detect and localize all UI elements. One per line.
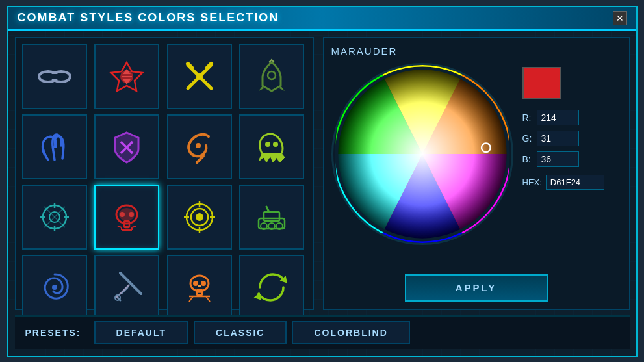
g-row: G: [522, 131, 604, 146]
g-label: G: [522, 133, 533, 144]
icon-cell-shield[interactable] [94, 114, 159, 179]
icon-cell-skull2[interactable] [167, 255, 232, 320]
icon-cell-crosshair[interactable] [22, 185, 87, 250]
presets-label: PRESETS: [25, 328, 81, 338]
color-controls: R: G: B: HEX: [522, 63, 604, 190]
svg-line-48 [138, 291, 141, 294]
icon-cell-refresh[interactable] [239, 255, 304, 320]
svg-point-46 [52, 285, 57, 290]
preset-classic-button[interactable]: CLASSIC [194, 321, 287, 344]
content-area: MARAUDER [15, 37, 630, 310]
svg-point-27 [120, 212, 125, 217]
preset-default-button[interactable]: DEFAULT [94, 321, 189, 344]
color-wheel[interactable] [331, 63, 513, 245]
sword-icon [107, 268, 146, 307]
svg-point-55 [201, 281, 206, 286]
style-name-label: MARAUDER [331, 45, 621, 57]
icon-cell-rocket[interactable] [239, 44, 304, 109]
hex-row: HEX: [522, 175, 604, 190]
icon-grid [22, 44, 307, 320]
bottom-bar: PRESETS: DEFAULT CLASSIC COLORBLIND [15, 315, 630, 349]
svg-point-54 [193, 281, 198, 286]
hex-input[interactable] [546, 175, 604, 190]
svg-point-10 [268, 71, 276, 79]
svg-point-16 [273, 142, 278, 147]
icon-cell-sickle[interactable] [167, 114, 232, 179]
tank-icon [252, 198, 291, 237]
svg-line-47 [120, 273, 138, 291]
r-input[interactable] [537, 110, 579, 125]
crosshair-icon [35, 198, 74, 237]
icon-grid-panel [15, 37, 314, 310]
title-bar: COMBAT STYLES COLORS SELECTION ✕ [8, 7, 636, 31]
icon-cell-skull[interactable] [94, 185, 159, 250]
window-title: COMBAT STYLES COLORS SELECTION [18, 11, 279, 25]
svg-point-28 [129, 212, 134, 217]
icon-cell-claw[interactable] [22, 114, 87, 179]
icon-cell-chain[interactable] [22, 44, 87, 109]
b-label: B: [522, 154, 533, 164]
preset-colorblind-button[interactable]: COLORBLIND [292, 321, 409, 344]
skull-icon [107, 198, 146, 237]
icon-cell-sword[interactable] [94, 255, 159, 320]
crossed-guns-icon [180, 57, 219, 96]
g-input[interactable] [537, 131, 579, 146]
emblem-icon [107, 57, 146, 96]
color-preview [522, 67, 561, 99]
svg-rect-41 [264, 212, 279, 221]
icon-cell-emblem[interactable] [94, 44, 159, 109]
rocket-icon [252, 57, 291, 96]
color-picker-panel: MARAUDER [323, 37, 630, 310]
sickle-icon [180, 127, 219, 166]
claw-icon [35, 127, 74, 166]
b-row: B: [522, 151, 604, 167]
refresh-icon [252, 268, 291, 307]
main-panel: COMBAT STYLES COLORS SELECTION ✕ [7, 6, 638, 357]
icon-cell-swirl[interactable] [22, 255, 87, 320]
chain-icon [35, 57, 74, 96]
apply-button[interactable]: APPLY [405, 274, 548, 302]
shield-icon [107, 127, 146, 166]
icon-cell-target[interactable] [167, 185, 232, 250]
svg-point-14 [196, 143, 201, 148]
icon-cell-tank[interactable] [239, 185, 304, 250]
hex-label: HEX: [522, 177, 542, 187]
monster-icon [252, 127, 291, 166]
svg-point-15 [265, 142, 270, 147]
r-row: R: [522, 110, 604, 125]
r-label: R: [522, 112, 533, 123]
color-picker-area: R: G: B: HEX: [331, 63, 621, 245]
svg-rect-2 [49, 74, 60, 79]
icon-cell-monster[interactable] [239, 114, 304, 179]
b-input[interactable] [537, 151, 579, 167]
close-button[interactable]: ✕ [613, 11, 627, 25]
skull2-icon [180, 268, 219, 307]
svg-point-9 [196, 73, 203, 80]
target-icon [180, 198, 219, 237]
svg-point-35 [196, 213, 203, 221]
swirl-icon [35, 268, 74, 307]
icon-cell-crossed-guns[interactable] [167, 44, 232, 109]
